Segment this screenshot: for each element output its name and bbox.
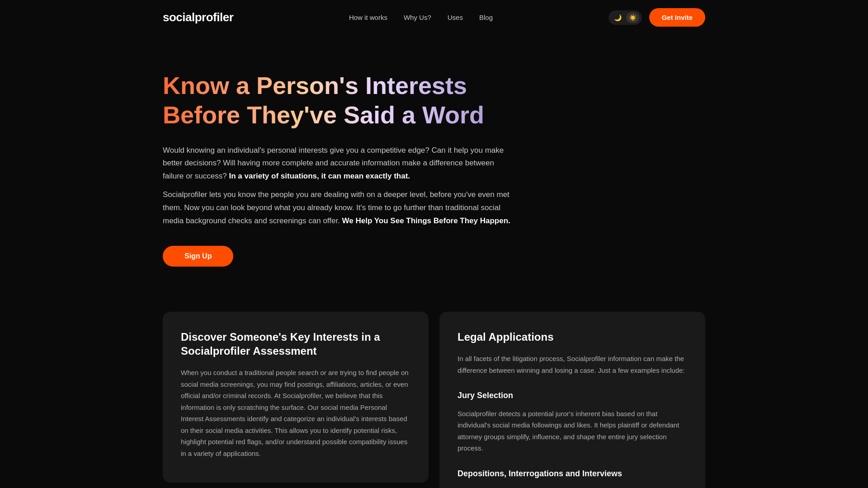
nav-link-how-it-works[interactable]: How it works bbox=[349, 14, 387, 21]
nav-link-why-us[interactable]: Why Us? bbox=[404, 14, 431, 21]
depositions-subtitle: Depositions, Interrogations and Intervie… bbox=[458, 467, 687, 481]
nav-links: How it works Why Us? Uses Blog bbox=[349, 14, 493, 22]
legal-card: Legal Applications In all facets of the … bbox=[439, 312, 705, 488]
dark-mode-button[interactable]: 🌙 bbox=[611, 12, 624, 23]
interests-card-body: When you conduct a traditional people se… bbox=[181, 367, 410, 459]
legal-card-title: Legal Applications bbox=[458, 330, 687, 344]
navbar: socialprofiler How it works Why Us? Uses… bbox=[0, 0, 868, 35]
signup-button[interactable]: Sign Up bbox=[163, 246, 233, 267]
nav-right: 🌙 ☀️ Get Invite bbox=[609, 8, 705, 27]
depositions-body: Whether you represent a Plaintiff, Defen… bbox=[458, 486, 687, 488]
get-invite-button[interactable]: Get Invite bbox=[649, 8, 705, 27]
light-mode-button[interactable]: ☀️ bbox=[626, 12, 639, 23]
nav-link-blog[interactable]: Blog bbox=[479, 14, 493, 21]
hero-section: Know a Person's Interests Before They've… bbox=[0, 35, 868, 294]
hero-description: Would knowing an individual's personal i… bbox=[163, 144, 515, 228]
interests-card: Discover Someone's Key Interests in a So… bbox=[163, 312, 429, 483]
hero-desc-bold-2: We Help You See Things Before They Happe… bbox=[342, 216, 510, 225]
jury-selection-body: Socialprofiler detects a potential juror… bbox=[458, 408, 687, 454]
nav-link-uses[interactable]: Uses bbox=[448, 14, 463, 21]
logo: socialprofiler bbox=[163, 10, 233, 24]
interests-card-title: Discover Someone's Key Interests in a So… bbox=[181, 330, 410, 358]
theme-toggle: 🌙 ☀️ bbox=[609, 10, 642, 25]
jury-selection-subtitle: Jury Selection bbox=[458, 389, 687, 403]
hero-title: Know a Person's Interests Before They've… bbox=[163, 71, 515, 130]
legal-card-intro: In all facets of the litigation process,… bbox=[458, 353, 687, 376]
cards-section: Discover Someone's Key Interests in a So… bbox=[0, 294, 868, 488]
hero-desc-bold-1: In a variety of situations, it can mean … bbox=[229, 172, 410, 180]
